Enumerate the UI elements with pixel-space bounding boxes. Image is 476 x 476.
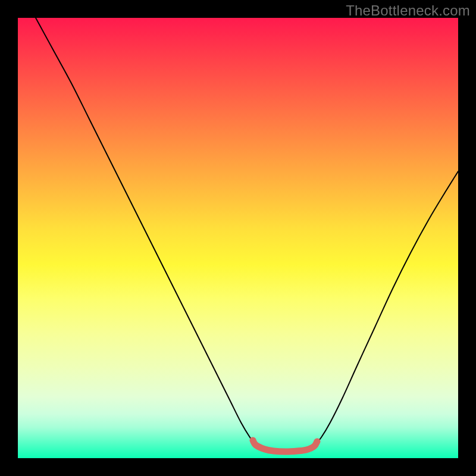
curve-right bbox=[314, 171, 458, 446]
plot-area bbox=[18, 18, 458, 458]
chart-frame: TheBottleneck.com bbox=[0, 0, 476, 476]
curve-left bbox=[36, 18, 256, 445]
curve-layer bbox=[18, 18, 458, 458]
watermark-text: TheBottleneck.com bbox=[346, 2, 470, 19]
accent-stroke bbox=[253, 440, 317, 452]
